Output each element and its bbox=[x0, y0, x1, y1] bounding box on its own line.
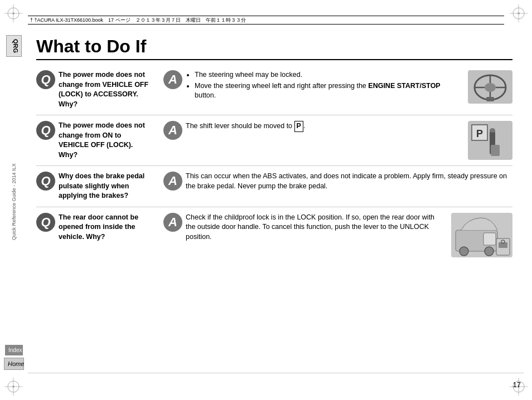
a-letter-3: A bbox=[168, 174, 177, 188]
sidebar-tab-home[interactable]: Home bbox=[4, 358, 24, 370]
q-text-3: Why does the brake pedal pulsate slightl… bbox=[59, 172, 153, 201]
a-text-1: The steering wheel may be locked. Move t… bbox=[186, 70, 460, 102]
sidebar-guide-label: Quick Reference Guide - 2014 ILX bbox=[11, 59, 17, 345]
car-door-image bbox=[451, 213, 512, 257]
a-icon-4: A bbox=[163, 213, 182, 232]
a-letter-4: A bbox=[168, 215, 177, 230]
sidebar: QRG Quick Reference Guide - 2014 ILX Ind… bbox=[0, 31, 28, 372]
svg-rect-27 bbox=[491, 145, 500, 156]
q-side-1: Q The power mode does not change from VE… bbox=[36, 70, 159, 109]
q-side-4: Q The rear door cannot be opened from in… bbox=[36, 213, 159, 242]
q-letter-4: Q bbox=[41, 215, 50, 230]
boxed-p: P bbox=[294, 121, 303, 132]
steering-wheel-image bbox=[468, 70, 512, 104]
a-text-3: This can occur when the ABS activates, a… bbox=[186, 172, 512, 191]
sidebar-tab-index[interactable]: Index bbox=[5, 345, 23, 355]
q-side-3: Q Why does the brake pedal pulsate sligh… bbox=[36, 172, 159, 201]
q-text-4: The rear door cannot be opened from insi… bbox=[59, 213, 153, 242]
bottom-separator bbox=[28, 373, 524, 373]
corner-mark-bl bbox=[4, 378, 22, 396]
shifter-image: P bbox=[468, 121, 512, 160]
a-text-4: Check if the childproof lock is in the L… bbox=[186, 213, 443, 242]
qa-item-3: Q Why does the brake pedal pulsate sligh… bbox=[36, 166, 512, 207]
a-letter-2: A bbox=[168, 123, 177, 138]
page-number: 17 bbox=[513, 381, 521, 389]
a-side-1: A The steering wheel may be locked. Move… bbox=[163, 70, 512, 104]
svg-point-7 bbox=[518, 12, 520, 14]
header-bar: † †ACURA ILX-31TX66100.book 17 ページ ２０１３年… bbox=[28, 16, 504, 25]
home-icon: Home bbox=[8, 360, 24, 367]
svg-point-30 bbox=[485, 247, 494, 256]
page-title: What to Do If bbox=[36, 36, 512, 60]
q-side-2: Q The power mode does not change from ON… bbox=[36, 121, 159, 160]
answer-bullet-1-1: The steering wheel may be locked. bbox=[195, 70, 460, 80]
a-icon-3: A bbox=[163, 172, 182, 191]
q-text-1: The power mode does not change from VEHI… bbox=[59, 70, 153, 109]
a-side-2: A The shift lever should be moved to P. … bbox=[163, 121, 512, 160]
corner-mark-tr bbox=[510, 4, 528, 22]
q-icon-1: Q bbox=[36, 70, 55, 89]
svg-rect-31 bbox=[483, 233, 496, 245]
svg-point-17 bbox=[485, 83, 496, 92]
a-letter-1: A bbox=[168, 72, 177, 87]
a-side-3: A This can occur when the ABS activates,… bbox=[163, 172, 512, 191]
q-icon-3: Q bbox=[36, 172, 55, 191]
svg-rect-22 bbox=[486, 97, 494, 101]
q-letter-2: Q bbox=[41, 123, 50, 138]
svg-text:P: P bbox=[476, 128, 483, 139]
svg-point-26 bbox=[490, 128, 495, 133]
q-letter-1: Q bbox=[41, 72, 50, 87]
corner-mark-tl bbox=[4, 4, 22, 22]
svg-point-11 bbox=[12, 386, 14, 388]
qa-item-4: Q The rear door cannot be opened from in… bbox=[36, 207, 512, 263]
qa-item-1: Q The power mode does not change from VE… bbox=[36, 65, 512, 115]
sidebar-tab-qrg[interactable]: QRG bbox=[6, 35, 22, 57]
q-icon-4: Q bbox=[36, 213, 55, 232]
qa-item-2: Q The power mode does not change from ON… bbox=[36, 115, 512, 166]
bold-text-1: ENGINE START/STOP bbox=[368, 82, 440, 90]
a-icon-2: A bbox=[163, 121, 182, 140]
q-icon-2: Q bbox=[36, 121, 55, 140]
q-letter-3: Q bbox=[41, 174, 50, 188]
a-text-2: The shift lever should be moved to P. bbox=[186, 121, 460, 132]
a-side-4: A Check if the childproof lock is in the… bbox=[163, 213, 512, 257]
a-icon-1: A bbox=[163, 70, 182, 89]
main-content: What to Do If Q The power mode does not … bbox=[28, 31, 524, 372]
answer-bullet-1-2: Move the steering wheel left and right a… bbox=[195, 81, 460, 101]
svg-point-29 bbox=[460, 247, 468, 256]
file-info-text: † †ACURA ILX-31TX66100.book 17 ページ ２０１３年… bbox=[30, 17, 246, 24]
svg-point-3 bbox=[12, 12, 14, 14]
q-text-2: The power mode does not change from ON t… bbox=[59, 121, 153, 160]
